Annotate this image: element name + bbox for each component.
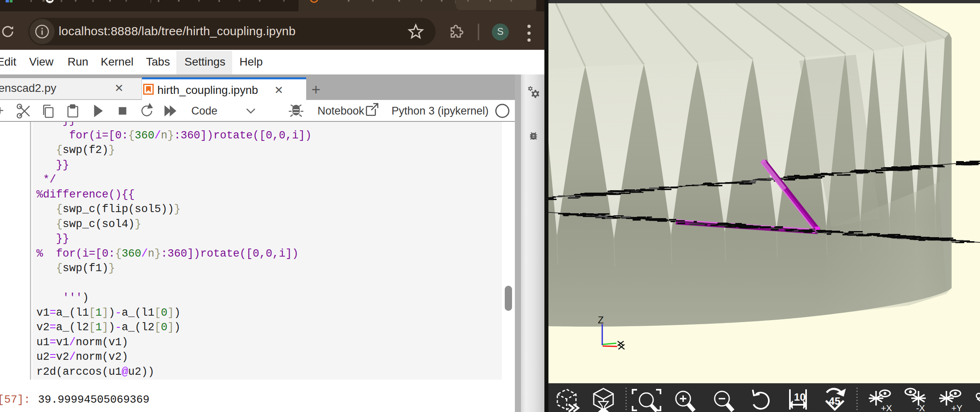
svg-text:Z: Z [598, 314, 604, 325]
svg-text:-X: -X [916, 403, 925, 412]
svg-text:45: 45 [829, 395, 840, 407]
svg-text:+Y: +Y [951, 403, 963, 412]
svg-text:10: 10 [794, 391, 806, 403]
svg-text:+X: +X [881, 403, 892, 412]
